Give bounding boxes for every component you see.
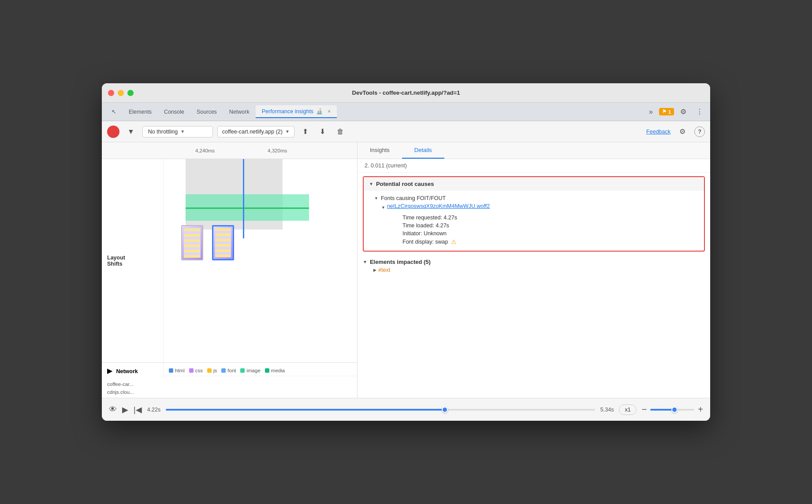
maximize-button[interactable] bbox=[127, 90, 134, 96]
speed-button[interactable]: x1 bbox=[619, 404, 636, 415]
download-button[interactable]: ⬇ bbox=[316, 125, 329, 138]
green-line bbox=[186, 208, 309, 209]
network-row-2[interactable]: cdnjs.clou... bbox=[107, 388, 352, 396]
legend-dot-font bbox=[221, 368, 226, 373]
close-button[interactable] bbox=[108, 90, 114, 96]
network-rows: coffee-car... cdnjs.clou... bbox=[102, 378, 357, 398]
tab-bar: ↖ Elements Console Sources Network Perfo… bbox=[102, 103, 710, 121]
toolbar-settings-icon[interactable]: ⚙ bbox=[676, 126, 689, 137]
layout-shifts-label: Layout Shifts bbox=[102, 159, 164, 362]
layout-shifts-row: Layout Shifts bbox=[102, 159, 357, 363]
elements-triangle: ▼ bbox=[363, 259, 367, 264]
tab-console[interactable]: Console bbox=[158, 106, 190, 118]
tab-close-icon[interactable]: × bbox=[328, 108, 331, 115]
settings-tab-button[interactable]: ⚙ bbox=[677, 106, 690, 118]
prc-header-label: Potential root causes bbox=[376, 181, 434, 187]
delete-button[interactable]: 🗑 bbox=[333, 126, 347, 138]
legend-label-html: html bbox=[175, 368, 185, 373]
font-time-requested: Time requested: 4.27s bbox=[402, 214, 699, 222]
minimize-button[interactable] bbox=[118, 90, 124, 96]
tab-performance-insights[interactable]: Performance insights 🔬 × bbox=[256, 105, 337, 118]
play-icon: ▶ bbox=[122, 405, 128, 414]
view-icon: 👁 bbox=[109, 405, 117, 414]
start-icon: |◀ bbox=[134, 405, 142, 414]
record-dropdown-button[interactable]: ▼ bbox=[124, 126, 138, 138]
font-name-row: ▼ neILzCirqoswsqX9zoKmM4MwWJU.woff2 bbox=[381, 203, 699, 212]
help-button[interactable]: ? bbox=[694, 126, 705, 137]
zoom-slider[interactable] bbox=[650, 409, 694, 411]
legend-dot-html bbox=[169, 368, 173, 373]
playback-slider[interactable] bbox=[166, 409, 595, 411]
timeline-marker-1: 4,240ms bbox=[195, 148, 215, 153]
font-name-link[interactable]: neILzCirqoswsqX9zoKmM4MwWJU.woff2 bbox=[387, 203, 490, 209]
tab-bar-right: » ⚑ 1 ⚙ ⋮ bbox=[645, 106, 707, 118]
upload-button[interactable]: ⬆ bbox=[299, 125, 312, 138]
font-time-loaded: Time loaded: 4.27s bbox=[402, 222, 699, 230]
url-dropdown[interactable]: coffee-cart.netlify.app (2) ▼ bbox=[217, 126, 294, 137]
thumbnail-1[interactable] bbox=[181, 225, 203, 260]
network-section: ▶ Network html css bbox=[102, 363, 357, 398]
tab-cursor[interactable]: ↖ bbox=[105, 106, 123, 118]
blue-line bbox=[243, 159, 244, 238]
elements-header[interactable]: ▼ Elements impacted (5) bbox=[363, 259, 705, 265]
fonts-triangle: ▼ bbox=[374, 196, 378, 200]
legend-label-media: media bbox=[271, 368, 285, 373]
tab-elements-label: Elements bbox=[129, 109, 152, 115]
network-row-1[interactable]: coffee-car... bbox=[107, 380, 352, 388]
font-name-triangle: ▼ bbox=[381, 205, 385, 210]
tab-performance-label: Performance insights bbox=[262, 108, 313, 115]
elements-impacted-section: ▼ Elements impacted (5) ▶ #text bbox=[358, 255, 710, 277]
fonts-header[interactable]: ▼ Fonts causing FOIT/FOUT bbox=[374, 195, 699, 201]
thumbnail-2[interactable] bbox=[212, 225, 234, 260]
play-button[interactable]: ▶ bbox=[122, 405, 128, 415]
hash-text-label: #text bbox=[378, 267, 390, 273]
feedback-link[interactable]: Feedback bbox=[646, 129, 670, 135]
tab-details[interactable]: Details bbox=[402, 142, 444, 159]
tab-sources[interactable]: Sources bbox=[190, 106, 223, 118]
prc-header[interactable]: ▼ Potential root causes bbox=[364, 177, 704, 191]
url-dropdown-arrow: ▼ bbox=[285, 129, 290, 134]
tab-insights[interactable]: Insights bbox=[358, 142, 402, 159]
network-label-cell: ▶ Network bbox=[102, 363, 164, 378]
tab-network[interactable]: Network bbox=[223, 106, 256, 118]
timeline-header: 4,240ms 4,320ms bbox=[102, 142, 357, 159]
hash-text-row[interactable]: ▶ #text bbox=[363, 267, 705, 273]
legend-font: font bbox=[221, 368, 236, 373]
throttling-label: No throttling bbox=[148, 129, 178, 135]
zoom-in-button[interactable]: + bbox=[698, 404, 703, 415]
fonts-label: Fonts causing FOIT/FOUT bbox=[381, 195, 446, 201]
prc-triangle: ▼ bbox=[369, 182, 373, 186]
legend-label-js: js bbox=[213, 368, 217, 373]
throttling-dropdown[interactable]: No throttling ▼ bbox=[142, 126, 213, 137]
toolbar-right: Feedback ⚙ ? bbox=[646, 126, 705, 137]
tab-sources-label: Sources bbox=[197, 109, 217, 115]
start-button[interactable]: |◀ bbox=[134, 405, 142, 415]
playback-bar: 👁 ▶ |◀ 4.22s 5.34s x1 − + bbox=[102, 398, 710, 421]
legend-dot-image bbox=[240, 368, 245, 373]
record-button[interactable] bbox=[107, 126, 119, 138]
legend-dot-css bbox=[189, 368, 194, 373]
legend-dot-js bbox=[207, 368, 212, 373]
window-controls bbox=[108, 90, 134, 96]
beaker-icon: 🔬 bbox=[316, 108, 323, 115]
more-options-button[interactable]: ⋮ bbox=[693, 106, 707, 118]
legend-label-font: font bbox=[227, 368, 236, 373]
view-toggle-button[interactable]: 👁 bbox=[109, 405, 117, 414]
legend-dot-media bbox=[265, 368, 269, 373]
zoom-out-button[interactable]: − bbox=[642, 404, 647, 415]
timeline-visualization[interactable] bbox=[164, 159, 357, 265]
font-display: Font display: swap ⚠ bbox=[402, 237, 699, 246]
playback-slider-fill bbox=[166, 409, 445, 411]
warning-icon: ⚠ bbox=[451, 238, 457, 245]
version-row: 2. 0.011 (current) bbox=[358, 159, 710, 173]
tab-elements[interactable]: Elements bbox=[123, 106, 158, 118]
throttling-arrow: ▼ bbox=[180, 129, 185, 134]
panel-content: 2. 0.011 (current) ▼ Potential root caus… bbox=[358, 159, 710, 398]
legend-media: media bbox=[265, 368, 285, 373]
timeline-markers: 4,240ms 4,320ms bbox=[195, 148, 287, 153]
more-tabs-button[interactable]: » bbox=[645, 106, 656, 118]
network-expand-icon[interactable]: ▶ bbox=[107, 367, 112, 374]
url-label: coffee-cart.netlify.app (2) bbox=[222, 129, 283, 135]
legend-label-image: image bbox=[246, 368, 260, 373]
notification-badge[interactable]: ⚑ 1 bbox=[659, 108, 674, 115]
